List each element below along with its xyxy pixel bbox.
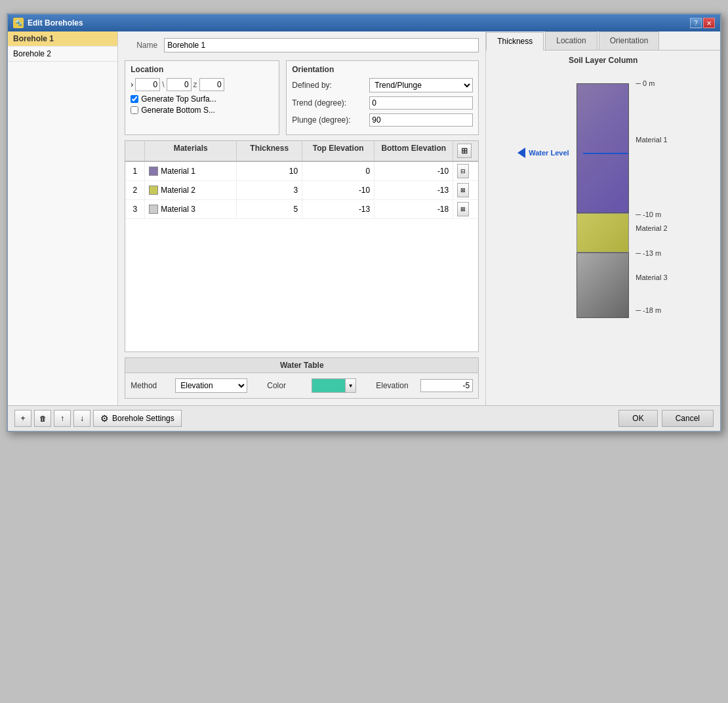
- borehole-list-panel: Borehole 1 Borehole 2: [8, 31, 118, 405]
- top-elevation-input-2[interactable]: [306, 184, 370, 196]
- material-name-1: Material 1: [161, 167, 195, 176]
- bottom-elevation-input-1[interactable]: [378, 165, 449, 177]
- material-label-2: Material 2: [636, 224, 667, 232]
- row-action-btn-1[interactable]: ⊟: [457, 164, 469, 178]
- color-dropdown-btn[interactable]: ▼: [345, 379, 355, 392]
- td-thickness-3: [237, 200, 302, 218]
- td-material-3: Material 3: [145, 200, 237, 218]
- elevation-label-0: ─ 0 m: [636, 79, 655, 87]
- td-top-elevation-2: [302, 181, 374, 199]
- trend-input[interactable]: [369, 96, 473, 110]
- plunge-input[interactable]: [369, 113, 473, 127]
- orientation-box: Orientation Defined by: Trend/Plunge Tre…: [286, 60, 479, 135]
- coord-row: › \ z: [131, 78, 273, 91]
- titlebar-buttons: ? ✕: [690, 18, 715, 28]
- td-num-2: 2: [125, 181, 145, 199]
- td-material-2: Material 2: [145, 181, 237, 199]
- table-row: 1 Material 1: [125, 162, 478, 181]
- layer-material-2: [576, 213, 629, 252]
- wt-method-label: Method: [131, 381, 170, 390]
- generate-bottom-row: Generate Bottom S...: [131, 106, 273, 115]
- bottom-elevation-input-3[interactable]: [378, 203, 449, 215]
- plunge-label: Plunge (degree):: [292, 115, 364, 125]
- add-borehole-button[interactable]: +: [14, 410, 31, 427]
- top-elevation-input-1[interactable]: [306, 165, 370, 177]
- delete-borehole-button[interactable]: 🗑: [34, 410, 51, 427]
- defined-by-select[interactable]: Trend/Plunge: [369, 78, 473, 92]
- generate-top-checkbox[interactable]: [131, 95, 138, 103]
- wt-elevation-label: Elevation: [376, 381, 415, 390]
- coord-z-input[interactable]: [199, 78, 224, 91]
- name-row: Name: [125, 38, 479, 52]
- borehole-settings-button[interactable]: ⚙ Borehole Settings: [93, 410, 182, 427]
- coord-y-input[interactable]: [167, 78, 192, 91]
- soil-visualization: ─ 0 m Water Level ─ -10 m ─ -13 m ─ -18 …: [491, 70, 715, 346]
- top-elevation-input-3[interactable]: [306, 203, 370, 215]
- soil-column-layers: [576, 83, 629, 332]
- wt-method-field: Method Elevation: [131, 378, 247, 393]
- wt-color-label: Color: [267, 381, 306, 390]
- name-input[interactable]: [164, 38, 479, 52]
- water-table-header: Water Table: [125, 358, 478, 373]
- water-table-body: Method Elevation Color ▼ Elevation: [125, 373, 478, 398]
- td-top-elevation-3: [302, 200, 374, 218]
- water-arrow-icon: [517, 148, 525, 158]
- move-up-button[interactable]: ↑: [54, 410, 71, 427]
- generate-bottom-checkbox[interactable]: [131, 106, 138, 114]
- defined-by-label: Defined by:: [292, 81, 364, 90]
- thickness-input-1[interactable]: [241, 165, 298, 177]
- name-label: Name: [125, 41, 157, 50]
- td-material-1: Material 1: [145, 162, 237, 180]
- material-swatch-2: [149, 186, 158, 195]
- borehole-item-2[interactable]: Borehole 2: [8, 47, 117, 62]
- borehole-item-1[interactable]: Borehole 1: [8, 31, 117, 47]
- plunge-row: Plunge (degree):: [292, 113, 473, 127]
- close-button[interactable]: ✕: [703, 18, 715, 28]
- tab-thickness[interactable]: Thickness: [486, 32, 544, 50]
- wt-elevation-input[interactable]: [420, 379, 473, 392]
- edit-boreholes-dialog: 🔩 Edit Boreholes ? ✕ Borehole 1 Borehole…: [7, 13, 721, 432]
- tab-location[interactable]: Location: [545, 31, 597, 50]
- material-name-2: Material 2: [161, 186, 195, 195]
- water-level-indicator: Water Level: [517, 148, 569, 158]
- td-num-3: 3: [125, 200, 145, 218]
- main-content: Borehole 1 Borehole 2 Name Location: [8, 31, 720, 405]
- tab-orientation[interactable]: Orientation: [599, 31, 660, 50]
- bottom-elevation-input-2[interactable]: [378, 184, 449, 196]
- generate-bottom-label: Generate Bottom S...: [141, 106, 215, 115]
- th-thickness: Thickness: [237, 141, 302, 161]
- center-panel: Name Location › \ z: [118, 31, 485, 405]
- material-label-3: Material 3: [636, 273, 667, 281]
- td-bottom-elevation-1: [374, 162, 453, 180]
- location-box: Location › \ z Generate Top Surfa...: [125, 60, 279, 135]
- coord-x-input[interactable]: [135, 78, 160, 91]
- row-action-btn-3[interactable]: ⊠: [457, 202, 469, 216]
- th-materials: Materials: [145, 141, 237, 161]
- td-row-actions-2: ⊠: [453, 181, 473, 199]
- layer-material-3: [576, 252, 629, 318]
- thickness-input-3[interactable]: [241, 203, 298, 215]
- ok-button[interactable]: OK: [618, 410, 657, 427]
- water-table-section: Water Table Method Elevation Color ▼: [125, 357, 479, 399]
- move-down-button[interactable]: ↓: [73, 410, 91, 427]
- thickness-input-2[interactable]: [241, 184, 298, 196]
- elevation-label-18: ─ -18 m: [636, 306, 661, 314]
- th-bottom-elevation: Bottom Elevation: [374, 141, 453, 161]
- material-name-3: Material 3: [161, 205, 195, 214]
- td-num-1: 1: [125, 162, 145, 180]
- cancel-button[interactable]: Cancel: [662, 410, 714, 427]
- wt-color-field: Color ▼: [267, 378, 356, 393]
- td-thickness-1: [237, 162, 302, 180]
- table-row: 2 Material 2: [125, 181, 478, 200]
- titlebar: 🔩 Edit Boreholes ? ✕: [8, 14, 720, 31]
- table-container: Materials Thickness Top Elevation Bottom…: [125, 140, 479, 352]
- add-row-btn[interactable]: ⊞: [457, 144, 472, 158]
- trend-label: Trend (degree):: [292, 98, 364, 108]
- wt-method-select[interactable]: Elevation: [175, 378, 247, 393]
- help-button[interactable]: ?: [690, 18, 702, 28]
- row-action-btn-2[interactable]: ⊠: [457, 183, 469, 197]
- color-swatch-btn[interactable]: [312, 379, 345, 392]
- td-bottom-elevation-3: [374, 200, 453, 218]
- generate-top-label: Generate Top Surfa...: [141, 94, 216, 104]
- th-num: [125, 141, 145, 161]
